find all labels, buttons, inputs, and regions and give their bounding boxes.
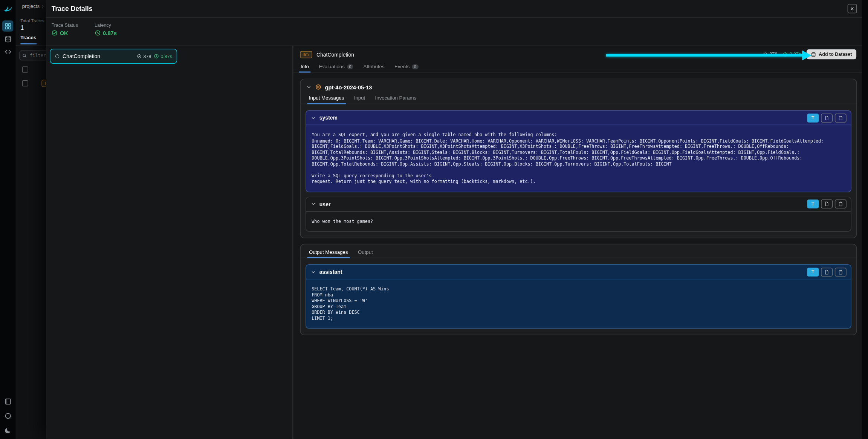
- text-view-label: T: [811, 201, 814, 206]
- collapse-chevron-icon[interactable]: [310, 115, 316, 121]
- span-tabs: Info Evaluations0 Attributes Events0: [293, 61, 862, 73]
- message-assistant-header: assistant T: [306, 265, 851, 279]
- database-icon[interactable]: [2, 33, 13, 44]
- span-detail-pane: llm ChatCompletion 378 0.87s: [293, 46, 862, 439]
- span-tokens-text: 378: [769, 52, 777, 57]
- tab-input-label: Input: [354, 95, 365, 101]
- span-dot-icon: [55, 54, 60, 59]
- model-card-header: gpt-4o-2024-05-13: [301, 79, 856, 92]
- breadcrumb-label: projects: [22, 3, 40, 9]
- message-content: Who won the most games?: [306, 212, 851, 231]
- text-view-button[interactable]: T: [807, 267, 819, 276]
- modal-body: ChatCompletion 378 0.87s llm ChatCo: [46, 46, 862, 439]
- text-view-button[interactable]: T: [807, 200, 819, 209]
- message-role: system: [319, 115, 338, 121]
- tab-input-messages-label: Input Messages: [309, 95, 344, 101]
- message-tools: T: [807, 267, 846, 276]
- chevron-right-icon: ›: [42, 3, 44, 9]
- tab-attributes[interactable]: Attributes: [358, 61, 389, 72]
- message-content: You are a SQL expert, and you are given …: [306, 125, 851, 192]
- collapse-chevron-icon[interactable]: [310, 269, 316, 275]
- tree-node-tokens: 378: [137, 54, 151, 59]
- tree-node-chatcompletion[interactable]: ChatCompletion 378 0.87s: [50, 49, 177, 64]
- markdown-view-button[interactable]: [821, 200, 833, 209]
- span-latency-text: 0.87s: [790, 52, 801, 57]
- tree-node-latency-text: 0.87s: [160, 54, 172, 59]
- tab-input[interactable]: Input: [349, 92, 370, 103]
- message-tools: T: [807, 113, 846, 122]
- select-all-checkbox[interactable]: [22, 66, 28, 72]
- markdown-view-button[interactable]: [821, 267, 833, 276]
- clipboard-icon: [838, 201, 843, 207]
- tree-node-label: ChatCompletion: [63, 53, 100, 59]
- span-header: llm ChatCompletion 378 0.87s: [293, 46, 862, 61]
- span-latency: 0.87s: [783, 52, 801, 57]
- tab-output-messages-label: Output Messages: [309, 249, 348, 255]
- span-tree-pane: ChatCompletion 378 0.87s: [46, 46, 293, 439]
- github-icon[interactable]: [2, 410, 13, 421]
- trace-status-text: OK: [60, 30, 68, 36]
- breadcrumb[interactable]: projects ›: [22, 3, 44, 9]
- tab-invocation-params[interactable]: Invocation Params: [370, 92, 421, 103]
- collapse-chevron-icon[interactable]: [306, 84, 312, 90]
- message-user-header: user T: [306, 197, 851, 211]
- output-card: Output Messages Output assistant: [300, 244, 857, 335]
- latency-value: 0.87s: [95, 30, 117, 36]
- dark-mode-moon-icon[interactable]: [2, 425, 13, 436]
- app-stage: projects › Total Traces 1 Traces › llm T…: [0, 0, 868, 439]
- latency-label: Latency: [95, 22, 117, 28]
- message-assistant: assistant T: [306, 264, 851, 328]
- row-checkbox[interactable]: [22, 80, 28, 86]
- input-messages-list: system T: [301, 104, 856, 238]
- tab-info[interactable]: Info: [296, 61, 314, 72]
- message-tools: T: [807, 200, 846, 209]
- tree-node-latency: 0.87s: [154, 54, 172, 59]
- tab-output-label: Output: [358, 249, 373, 255]
- add-to-dataset-label: Add to Dataset: [819, 52, 852, 57]
- span-header-right: 378 0.87s Add to Dataset: [763, 49, 856, 59]
- text-view-label: T: [811, 115, 814, 120]
- tab-events[interactable]: Events0: [390, 61, 423, 72]
- message-role: assistant: [319, 269, 342, 275]
- span-content: gpt-4o-2024-05-13 Input Messages Input I…: [293, 72, 862, 439]
- trace-details-modal: Trace Details ✕ Trace Status OK Latency …: [46, 0, 862, 439]
- tab-traces[interactable]: Traces: [20, 35, 36, 45]
- tab-events-label: Events: [394, 64, 410, 69]
- latency-group: Latency 0.87s: [95, 22, 117, 41]
- grid-icon[interactable]: [2, 20, 13, 31]
- message-role: user: [319, 201, 331, 207]
- copy-button[interactable]: [835, 200, 847, 209]
- text-view-button[interactable]: T: [807, 113, 819, 122]
- tab-output[interactable]: Output: [353, 247, 378, 258]
- tab-input-messages[interactable]: Input Messages: [304, 92, 349, 103]
- tab-evaluations[interactable]: Evaluations0: [314, 61, 358, 72]
- tab-output-messages[interactable]: Output Messages: [304, 247, 353, 258]
- trace-status-group: Trace Status OK: [52, 22, 78, 41]
- model-name: gpt-4o-2024-05-13: [325, 84, 372, 90]
- add-to-dataset-button[interactable]: Add to Dataset: [807, 49, 856, 59]
- latency-text: 0.87s: [103, 30, 117, 36]
- code-icon[interactable]: [2, 46, 13, 57]
- total-traces-label: Total Traces: [20, 18, 44, 23]
- dataset-database-icon: [811, 52, 816, 57]
- copy-button[interactable]: [835, 113, 847, 122]
- clock-icon: [783, 52, 788, 57]
- modal-title: Trace Details: [52, 5, 93, 12]
- phoenix-logo-icon: [3, 5, 12, 13]
- docs-book-icon[interactable]: [2, 396, 13, 407]
- rail-bottom: [2, 396, 13, 439]
- search-icon: [22, 53, 27, 58]
- clipboard-icon: [838, 115, 843, 121]
- collapse-chevron-icon[interactable]: [310, 201, 316, 207]
- model-card: gpt-4o-2024-05-13 Input Messages Input I…: [300, 79, 857, 238]
- check-circle-icon: [52, 30, 58, 36]
- close-button[interactable]: ✕: [848, 4, 857, 13]
- copy-button[interactable]: [835, 267, 847, 276]
- events-count-badge: 0: [412, 64, 418, 69]
- tab-evaluations-label: Evaluations: [319, 64, 344, 69]
- total-traces-value: 1: [20, 25, 24, 31]
- text-view-label: T: [811, 269, 814, 274]
- markdown-view-button[interactable]: [821, 113, 833, 122]
- output-card-tabs: Output Messages Output: [301, 247, 856, 258]
- document-icon: [824, 115, 829, 121]
